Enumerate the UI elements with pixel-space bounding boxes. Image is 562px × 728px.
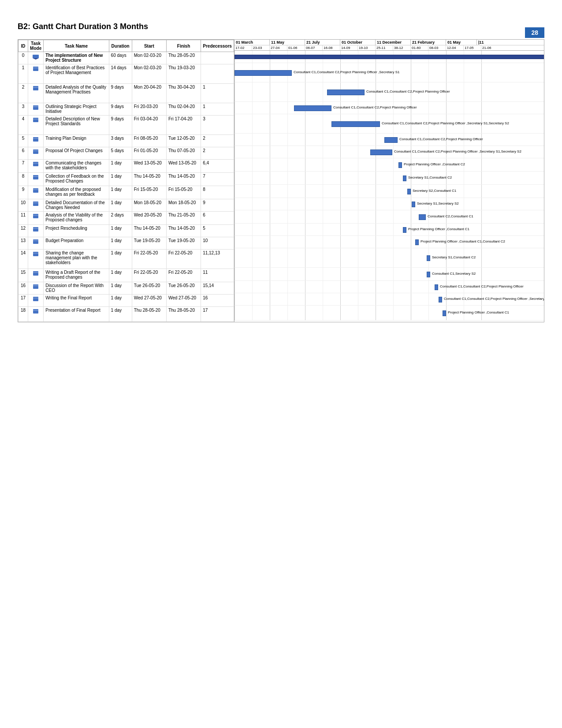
cell-start: Thu 14-05-20: [132, 173, 166, 186]
cell-start: Fri 22-05-20: [132, 250, 166, 269]
cell-finish: Wed 27-05-20: [166, 295, 201, 307]
gantt-chart: ID TaskMode Task Name Duration Start Fin…: [18, 39, 544, 322]
grid-line: [358, 281, 358, 293]
task-bar: [234, 70, 292, 76]
cell-predecessors: 9: [201, 199, 234, 212]
cell-predecessors: 3: [201, 116, 234, 135]
grid-line: [393, 224, 394, 235]
chart-row: [234, 51, 544, 63]
grid-line: [252, 134, 253, 146]
grid-line: [393, 268, 394, 280]
task-bar: [403, 227, 406, 233]
grid-line: [270, 236, 270, 248]
cell-taskname: Detailed Documentation of the Changes Ne…: [44, 199, 109, 212]
table-row: 17Writing the Final Report1 dayWed 27-05…: [19, 295, 234, 307]
cell-finish: Thu 14-05-20: [166, 173, 201, 186]
grid-line: [411, 210, 411, 223]
week-9: 25-11: [376, 45, 393, 50]
grid-line: [411, 236, 411, 248]
grid-line: [393, 185, 394, 198]
cell-taskname: Collection of Feedback on the Proposed C…: [44, 173, 109, 186]
col-mode: TaskMode: [28, 40, 44, 52]
grid-line: [270, 198, 270, 210]
grid-line: [358, 158, 358, 171]
grid-line: [287, 236, 288, 248]
bar-label: Consultant C1,Consultant C2,Project Plan…: [382, 121, 509, 125]
task-mode-icon: [32, 151, 39, 156]
task-mode-icon: [32, 56, 39, 61]
grid-line: [234, 82, 235, 101]
grid-line: [464, 82, 464, 101]
grid-line: [287, 134, 288, 146]
grid-line: [252, 306, 253, 320]
grid-line: [481, 185, 482, 198]
task-mode-icon: [32, 273, 39, 278]
table-row: 2Detailed Analysis of the Quality Manage…: [19, 84, 234, 103]
cell-duration: 14 days: [109, 64, 132, 84]
cell-predecessors: 7: [201, 173, 234, 186]
week-2: 23-03: [252, 45, 270, 50]
svg-rect-26: [33, 239, 38, 244]
grid-line: [323, 236, 323, 248]
grid-line: [270, 134, 270, 146]
cell-start: Thu 14-05-20: [132, 225, 166, 237]
grid-line: [376, 236, 376, 248]
bar-label: Project Planning Officer ,Consultant C2: [404, 162, 465, 166]
cell-id: 7: [19, 160, 28, 173]
bar-label: Consultant C1,Consultant C2,Project Plan…: [440, 284, 524, 288]
grid-line: [393, 281, 394, 293]
bar-label: Project Planning Officer ,Consultant C1: [408, 227, 469, 231]
grid-line: [252, 268, 253, 280]
svg-rect-32: [33, 284, 38, 289]
grid-line: [428, 306, 429, 320]
grid-line: [376, 281, 376, 293]
grid-line: [481, 210, 482, 223]
cell-predecessors: 10: [201, 237, 234, 250]
table-row: 5Training Plan Design3 daysFri 08-05-20T…: [19, 135, 234, 147]
cell-duration: 1 day: [109, 250, 132, 269]
bar-label: Consultant C1,Consultant C2,Project Plan…: [366, 90, 450, 93]
grid-line: [481, 224, 482, 235]
grid-line: [464, 198, 464, 210]
cell-duration: 60 days: [109, 52, 132, 64]
grid-line: [340, 268, 341, 280]
cell-predecessors: 1: [201, 103, 234, 116]
grid-line: [411, 198, 411, 210]
grid-line: [464, 63, 464, 82]
grid-line: [358, 248, 358, 267]
cell-duration: 1 day: [109, 295, 132, 307]
cell-start: Mon 18-05-20: [132, 199, 166, 212]
bar-label: Consultant C2,Consultant C1: [428, 214, 473, 218]
grid-line: [287, 281, 288, 293]
grid-line: [270, 102, 270, 114]
grid-line: [252, 114, 253, 133]
gantt-chart-right: 01 March 11 May 21 July 01 October 11 De…: [234, 40, 544, 322]
cell-taskname: Budget Preparation: [44, 237, 109, 250]
grid-line: [393, 172, 394, 184]
col-finish: Finish: [166, 40, 201, 52]
cell-id: 4: [19, 116, 28, 135]
grid-line: [393, 236, 394, 248]
svg-rect-36: [33, 309, 38, 314]
cell-start: Tue 19-05-20: [132, 237, 166, 250]
grid-line: [411, 268, 411, 280]
grid-line: [481, 63, 482, 82]
grid-line: [393, 158, 394, 171]
grid-line: [358, 134, 358, 146]
svg-rect-20: [33, 202, 38, 206]
grid-line: [252, 281, 253, 293]
grid-line: [252, 82, 253, 101]
cell-taskname: Modification of the proposed changes as …: [44, 186, 109, 199]
grid-line: [340, 224, 341, 235]
grid-line: [340, 146, 341, 158]
bar-label: Secretary S2,Consultant C1: [413, 189, 456, 193]
cell-mode: [28, 250, 44, 269]
task-bar: [327, 90, 365, 95]
cell-taskname: Writing a Draft Report of the Proposed c…: [44, 269, 109, 282]
grid-line: [270, 114, 270, 133]
grid-line: [234, 146, 235, 158]
cell-taskname: Sharing the change management plan with …: [44, 250, 109, 269]
cell-mode: [28, 295, 44, 307]
grid-line: [287, 146, 288, 158]
grid-line: [252, 102, 253, 114]
